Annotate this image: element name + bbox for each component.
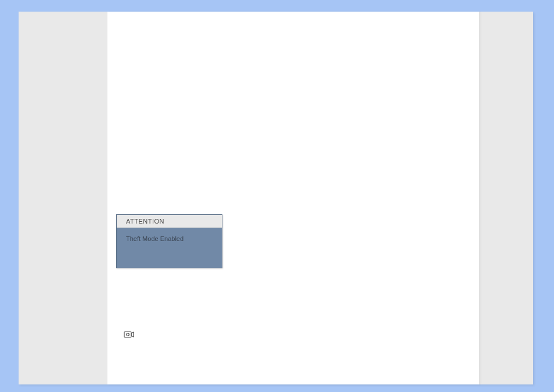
alert-message: Theft Mode Enabled xyxy=(117,228,222,249)
alert-title: ATTENTION xyxy=(117,215,222,228)
camera-icon xyxy=(124,330,134,339)
main-content-panel: ATTENTION Theft Mode Enabled xyxy=(107,12,479,384)
app-frame: ATTENTION Theft Mode Enabled xyxy=(19,12,533,384)
svg-point-1 xyxy=(127,333,129,336)
svg-rect-0 xyxy=(124,332,131,337)
attention-alert: ATTENTION Theft Mode Enabled xyxy=(116,214,222,268)
